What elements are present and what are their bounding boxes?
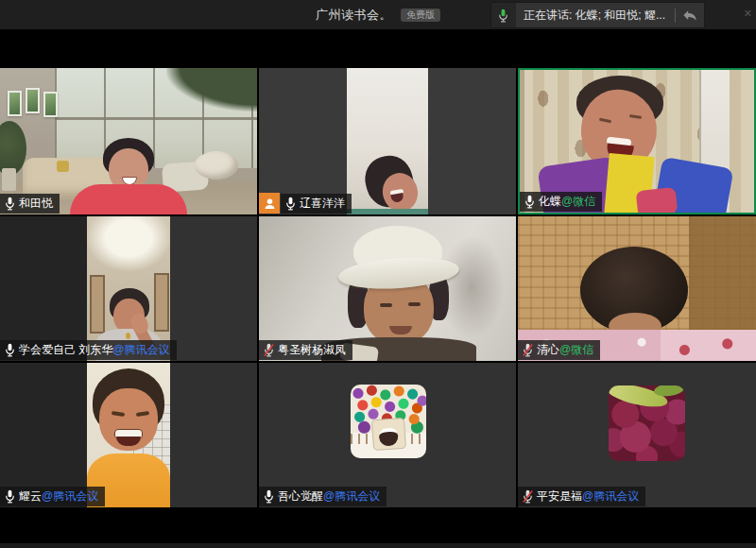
video-tile-yangshufeng[interactable]: 粤圣树杨淑凤 — [259, 216, 516, 361]
participant-label: 辽喜洋洋 — [281, 194, 352, 214]
no-video-avatar-icon — [259, 193, 280, 214]
participant-label: 清心 @微信 — [518, 340, 600, 360]
emoji-crowd-avatar — [351, 385, 426, 458]
window-foliage — [166, 68, 257, 111]
video-tile-huadie-active-speaker[interactable]: 化蝶 @微信 — [518, 68, 756, 214]
mic-on-icon — [5, 197, 15, 211]
speaking-now-text: 正在讲话: 化蝶; 和田悦; 耀... — [516, 8, 675, 24]
video-bottom-edge — [347, 209, 428, 214]
video-grid: 和田悦 辽喜洋洋 — [0, 68, 756, 507]
mic-on-icon — [524, 195, 535, 209]
meeting-window: 广州读书会。 免费版 正在讲话: 化蝶; 和田悦; 耀... ✕ — [0, 0, 756, 548]
jacket-pink-panel — [636, 187, 679, 214]
wall-picture — [43, 92, 58, 117]
speaking-mic-icon — [491, 3, 516, 27]
video-tile-wuxinjuexing[interactable]: 吾心觉醒 @腾讯会议 — [259, 363, 516, 507]
background-door — [90, 275, 105, 334]
video-tile-liaoxiyangyang[interactable]: 辽喜洋洋 — [259, 68, 516, 214]
video-tile-qingxin[interactable]: 清心 @微信 — [518, 216, 756, 361]
participant-platform-suffix: @微信 — [559, 342, 593, 358]
participant-name: 化蝶 — [539, 194, 561, 210]
participant-label: 吾心觉醒 @腾讯会议 — [259, 487, 387, 506]
mic-on-icon — [285, 197, 296, 211]
participant-label: 学会爱自己 刘东华 @腾讯会议 — [0, 340, 177, 360]
person-eye — [380, 303, 392, 307]
participant-name: 吾心觉醒 — [278, 488, 323, 505]
video-tile-yaoyun[interactable]: 耀云 @腾讯会议 — [0, 363, 257, 507]
mic-on-icon — [264, 489, 274, 504]
laughing-character — [371, 418, 406, 451]
background-door — [154, 273, 169, 332]
participant-name: 辽喜洋洋 — [300, 196, 345, 212]
bottom-toolbar-edge — [0, 543, 756, 548]
mic-muted-icon — [523, 489, 533, 504]
participant-name: 平安是福 — [537, 488, 582, 505]
meeting-title: 广州读书会。 — [316, 7, 392, 24]
bayberry-avatar — [609, 385, 685, 461]
mic-muted-icon — [264, 343, 274, 357]
window-control-icon[interactable]: ✕ — [744, 9, 752, 19]
necklace — [126, 333, 130, 339]
collapse-arrow-icon[interactable] — [676, 3, 704, 27]
participant-name: 和田悦 — [19, 196, 53, 212]
person-red-shirt — [70, 184, 187, 214]
mic-on-icon — [5, 343, 15, 357]
participant-name: 学会爱自己 刘东华 — [19, 342, 112, 358]
floor-cushion — [195, 151, 238, 180]
mic-on-icon — [5, 489, 15, 504]
participant-label: 化蝶 @微信 — [520, 192, 602, 212]
video-tile-liudonghua[interactable]: 学会爱自己 刘东华 @腾讯会议 — [0, 216, 257, 361]
free-version-badge: 免费版 — [401, 9, 440, 22]
person-eye — [408, 302, 421, 306]
laughing-character-mouth — [379, 427, 399, 446]
participant-platform-suffix: @腾讯会议 — [42, 488, 98, 505]
participant-platform-suffix: @腾讯会议 — [582, 488, 639, 505]
participant-label: 粤圣树杨淑凤 — [259, 340, 352, 360]
video-tile-hetianyue[interactable]: 和田悦 — [0, 68, 257, 214]
participant-name: 清心 — [537, 342, 559, 358]
participant-platform-suffix: @微信 — [561, 194, 595, 210]
participant-name: 粤圣树杨淑凤 — [278, 342, 346, 358]
participant-platform-suffix: @腾讯会议 — [112, 342, 169, 358]
wall-picture — [26, 88, 40, 113]
video-tile-pinganshifu[interactable]: 平安是福 @腾讯会议 — [518, 363, 756, 507]
couch-pillow — [57, 161, 69, 172]
speaking-indicator-panel: 正在讲话: 化蝶; 和田悦; 耀... — [490, 2, 705, 28]
participant-label: 和田悦 — [0, 194, 60, 214]
participant-label: 耀云 @腾讯会议 — [0, 487, 105, 506]
plant-pot — [2, 168, 16, 191]
wall-picture — [8, 91, 22, 116]
participant-label: 平安是福 @腾讯会议 — [518, 487, 645, 506]
participant-name: 耀云 — [19, 488, 42, 505]
mic-muted-icon — [523, 343, 533, 357]
participant-platform-suffix: @腾讯会议 — [323, 488, 380, 505]
